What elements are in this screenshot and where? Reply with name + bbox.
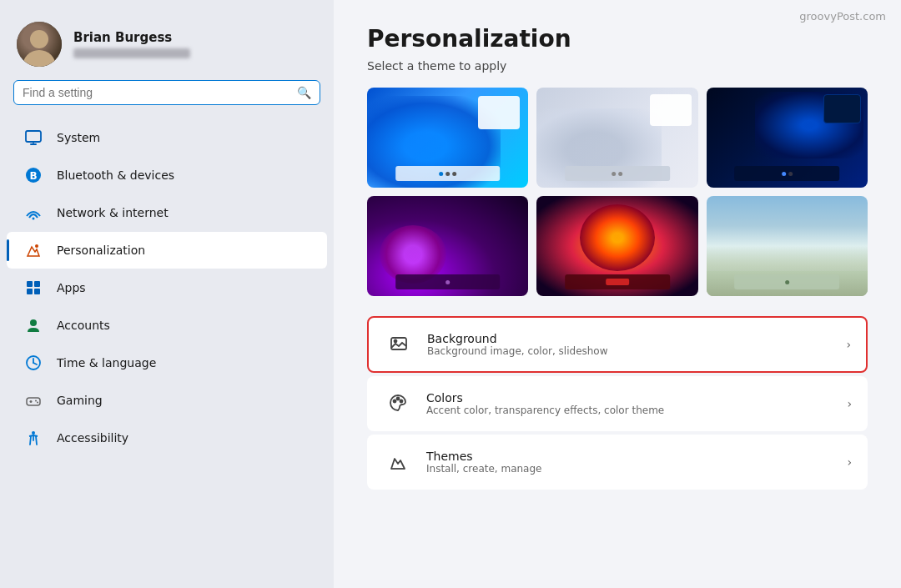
sidebar-item-time[interactable]: Time & language <box>7 344 327 381</box>
theme-card-5[interactable] <box>536 196 697 296</box>
apps-icon <box>23 278 43 298</box>
svg-rect-15 <box>27 398 40 405</box>
watermark-text: groovyPost.com <box>799 10 886 23</box>
accounts-icon <box>23 315 43 335</box>
svg-rect-9 <box>27 289 33 294</box>
svg-point-20 <box>32 431 35 435</box>
bluetooth-icon: B <box>23 165 43 185</box>
background-title: Background <box>427 332 833 345</box>
sidebar-item-label-personalization: Personalization <box>57 244 145 257</box>
colors-icon <box>383 389 413 419</box>
page-title: Personalization <box>367 25 868 53</box>
svg-rect-8 <box>34 281 40 287</box>
sidebar-item-system[interactable]: System <box>7 119 327 156</box>
themes-grid <box>367 88 868 296</box>
network-icon <box>23 203 43 223</box>
sidebar-item-label-bluetooth: Bluetooth & devices <box>57 168 174 182</box>
theme-card-4[interactable] <box>367 196 528 296</box>
svg-point-5 <box>33 218 35 220</box>
themes-icon <box>383 447 413 477</box>
user-section: Brian Burgess <box>0 13 334 80</box>
sidebar-item-apps[interactable]: Apps <box>7 269 327 306</box>
search-icon: 🔍 <box>297 86 311 99</box>
svg-point-6 <box>35 244 38 248</box>
background-subtitle: Background image, color, slideshow <box>427 345 833 357</box>
time-icon <box>23 353 43 373</box>
colors-subtitle: Accent color, transparency effects, colo… <box>426 405 833 416</box>
svg-point-11 <box>30 319 37 326</box>
themes-subtitle: Install, create, manage <box>426 463 833 475</box>
colors-chevron: › <box>847 397 852 410</box>
colors-title: Colors <box>426 391 833 405</box>
svg-text:B: B <box>29 170 37 182</box>
search-input[interactable] <box>23 86 290 99</box>
svg-rect-7 <box>27 281 33 287</box>
sidebar-item-label-gaming: Gaming <box>57 394 103 407</box>
colors-text: Colors Accent color, transparency effect… <box>426 391 833 416</box>
sidebar-item-gaming[interactable]: Gaming <box>7 382 327 419</box>
sidebar-item-bluetooth[interactable]: B Bluetooth & devices <box>7 157 327 193</box>
sidebar-item-label-accessibility: Accessibility <box>57 431 128 445</box>
settings-item-themes[interactable]: Themes Install, create, manage › <box>367 435 868 490</box>
user-name: Brian Burgess <box>73 30 190 45</box>
settings-list: Background Background image, color, slid… <box>367 316 868 490</box>
sidebar: Brian Burgess 🔍 System <box>0 0 334 588</box>
svg-rect-1 <box>30 143 37 145</box>
search-box[interactable]: 🔍 <box>13 80 320 105</box>
svg-point-24 <box>397 398 400 400</box>
sidebar-item-label-system: System <box>57 131 100 144</box>
personalization-icon <box>23 240 43 260</box>
accessibility-icon <box>23 428 43 448</box>
svg-rect-10 <box>34 289 40 294</box>
user-info: Brian Burgess <box>73 30 190 58</box>
sidebar-item-label-network: Network & internet <box>57 206 169 219</box>
theme-card-1[interactable] <box>367 88 528 188</box>
avatar <box>17 22 62 67</box>
theme-card-2[interactable] <box>536 88 697 188</box>
nav-list: System B Bluetooth & devices <box>0 118 334 588</box>
sidebar-item-label-time: Time & language <box>57 356 156 369</box>
sidebar-item-label-apps: Apps <box>57 281 86 294</box>
settings-item-background[interactable]: Background Background image, color, slid… <box>367 316 868 373</box>
background-text: Background Background image, color, slid… <box>427 332 833 357</box>
svg-point-23 <box>394 400 396 403</box>
main-content: Personalization Select a theme to apply <box>334 0 901 588</box>
gaming-icon <box>23 390 43 410</box>
svg-point-25 <box>400 400 403 403</box>
themes-title: Themes <box>426 450 833 463</box>
svg-point-19 <box>37 402 38 404</box>
themes-chevron: › <box>847 455 852 469</box>
settings-item-colors[interactable]: Colors Accent color, transparency effect… <box>367 376 868 431</box>
sidebar-item-accounts[interactable]: Accounts <box>7 307 327 344</box>
svg-rect-0 <box>26 131 41 142</box>
system-icon <box>23 128 43 148</box>
sidebar-item-accessibility[interactable]: Accessibility <box>7 420 327 456</box>
user-email <box>73 48 190 58</box>
sidebar-item-label-accounts: Accounts <box>57 319 110 332</box>
background-chevron: › <box>846 338 851 351</box>
theme-card-3[interactable] <box>707 88 868 188</box>
sidebar-item-network[interactable]: Network & internet <box>7 194 327 231</box>
themes-text: Themes Install, create, manage <box>426 450 833 475</box>
theme-section-subtitle: Select a theme to apply <box>367 59 868 73</box>
svg-point-22 <box>395 340 397 343</box>
background-icon <box>384 329 414 359</box>
theme-card-6[interactable] <box>707 196 868 296</box>
sidebar-item-personalization[interactable]: Personalization <box>7 232 327 269</box>
svg-point-18 <box>35 400 37 402</box>
svg-line-14 <box>33 363 37 364</box>
